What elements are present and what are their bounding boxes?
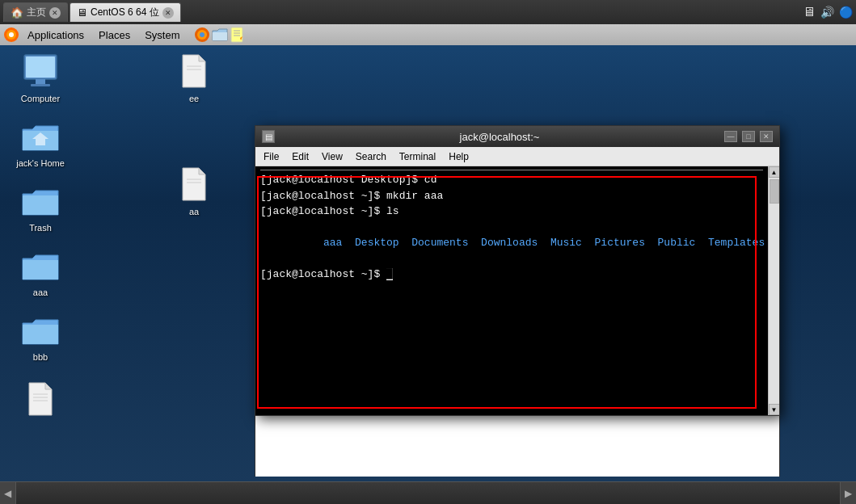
tab-centos[interactable]: 🖥 CentOS 6 64 位 ✕: [70, 2, 181, 22]
desktop-icon-file5[interactable]: [8, 368, 73, 433]
desktop-icon-jacks-home[interactable]: jack's Home: [8, 110, 73, 174]
terminal-menubar: File Edit View Search Terminal Help: [255, 147, 779, 166]
term-line-2: [jack@localhost ~]$ mkdir aaa: [260, 188, 763, 204]
tmenu-view[interactable]: View: [317, 149, 348, 164]
jacks-home-icon: [21, 116, 60, 155]
trash-icon: [21, 181, 60, 220]
file-manager-area: [255, 416, 780, 477]
desktop-icon-aaa[interactable]: aaa: [8, 239, 73, 304]
trash-label: Trash: [29, 223, 52, 233]
centos-tab-icon: 🖥: [77, 6, 87, 19]
terminal-content[interactable]: [jack@localhost Desktop]$ cd [jack@local…: [255, 166, 779, 415]
desktop-icon-ee[interactable]: ee: [162, 45, 226, 110]
term-line-ls-output: aaa Desktop Documents Downloads Music Pi…: [260, 220, 763, 267]
menubar: Applications Places System: [0, 24, 856, 45]
terminal-minimize-btn[interactable]: —: [724, 131, 737, 142]
desktop: 🏠 主页 ✕ 🖥 CentOS 6 64 位 ✕ 🖥 🔊 🔵 Applicati…: [0, 0, 856, 504]
scrollbar-up-btn[interactable]: ▲: [769, 166, 780, 178]
aa-file-icon: [175, 165, 213, 204]
tmenu-help[interactable]: Help: [444, 149, 474, 164]
desktop-icon-trash[interactable]: Trash: [8, 174, 73, 239]
aa-label: aa: [189, 207, 199, 216]
svg-rect-12: [36, 79, 45, 84]
tmenu-edit[interactable]: Edit: [287, 149, 314, 164]
terminal-titlebar: ▤ jack@localhost:~ — □ ✕: [255, 126, 779, 147]
tmenu-terminal[interactable]: Terminal: [394, 149, 441, 164]
bbb-label: bbb: [33, 352, 48, 362]
folder-icon[interactable]: [212, 27, 228, 43]
home-tab-label: 主页: [27, 6, 46, 19]
terminal-title: jack@localhost:~: [280, 131, 719, 143]
menu-system[interactable]: System: [138, 27, 186, 43]
taskbar-top: 🏠 主页 ✕ 🖥 CentOS 6 64 位 ✕ 🖥 🔊 🔵: [0, 0, 856, 24]
computer-icon: [21, 52, 60, 90]
svg-point-5: [200, 32, 205, 37]
ee-file-icon: [175, 52, 213, 90]
taskbar-scroll-left[interactable]: ◀: [0, 482, 16, 505]
bbb-folder-icon: [21, 310, 60, 349]
jacks-home-label: jack's Home: [16, 158, 65, 168]
term-line-1: [jack@localhost Desktop]$ cd: [260, 170, 763, 188]
centos-tab-close[interactable]: ✕: [162, 7, 174, 19]
desktop-icons-left: Computer jack's Home Trash: [8, 45, 73, 433]
network-icon[interactable]: 🖥: [803, 5, 816, 19]
aaa-folder-icon: [21, 246, 60, 284]
terminal-body[interactable]: [jack@localhost Desktop]$ cd [jack@local…: [255, 166, 768, 415]
desktop-icons-right: ee aa: [162, 45, 226, 223]
desktop-icon-bbb[interactable]: bbb: [8, 304, 73, 368]
desktop-icon-computer[interactable]: Computer: [8, 45, 73, 110]
bluetooth-icon[interactable]: 🔵: [839, 6, 853, 19]
terminal-window: ▤ jack@localhost:~ — □ ✕ File Edit View …: [255, 125, 780, 416]
app-icon: [3, 27, 19, 43]
centos-tab-label: CentOS 6 64 位: [91, 6, 159, 19]
tmenu-search[interactable]: Search: [351, 149, 391, 164]
terminal-close-btn[interactable]: ✕: [760, 131, 773, 142]
terminal-maximize-btn[interactable]: □: [742, 131, 755, 142]
scrollbar-down-btn[interactable]: ▼: [769, 404, 780, 415]
tmenu-file[interactable]: File: [259, 149, 284, 164]
desktop-icon-aa[interactable]: aa: [162, 158, 226, 223]
svg-point-2: [9, 32, 14, 37]
scrollbar-thumb[interactable]: [770, 179, 779, 204]
file5-icon: [21, 380, 60, 418]
tab-home[interactable]: 🏠 主页 ✕: [3, 2, 68, 22]
home-tab-close[interactable]: ✕: [49, 7, 61, 19]
firefox-icon[interactable]: [194, 27, 210, 43]
term-line-4: [jack@localhost ~]$ █: [260, 267, 763, 283]
aaa-label: aaa: [33, 288, 48, 297]
menu-applications[interactable]: Applications: [21, 27, 91, 43]
terminal-scrollbar: ▲ ▼: [768, 166, 779, 415]
home-tab-icon: 🏠: [11, 6, 23, 19]
term-line-3: [jack@localhost ~]$ ls: [260, 204, 763, 220]
computer-label: Computer: [21, 94, 60, 103]
svg-rect-13: [31, 84, 50, 86]
ee-label: ee: [189, 94, 199, 103]
note-icon[interactable]: [230, 27, 246, 43]
svg-rect-11: [26, 57, 55, 78]
menu-places[interactable]: Places: [92, 27, 137, 43]
system-icons: 🖥 🔊 🔵: [803, 5, 853, 19]
taskbar-scroll-right[interactable]: ▶: [840, 482, 856, 505]
scrollbar-track[interactable]: [769, 178, 779, 404]
taskbar-bottom: ◀ ▶: [0, 481, 856, 504]
volume-icon[interactable]: 🔊: [820, 6, 834, 19]
terminal-app-icon: ▤: [262, 130, 275, 143]
